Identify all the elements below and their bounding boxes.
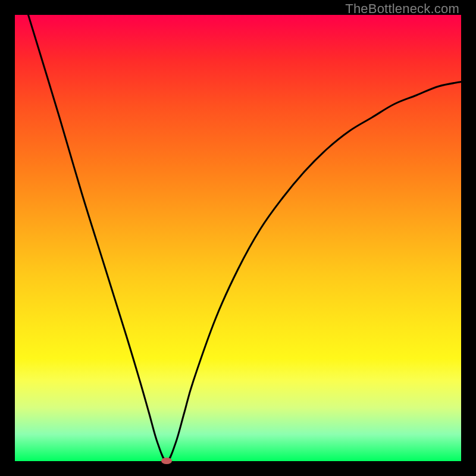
- optimum-marker: [161, 458, 172, 464]
- watermark-text: TheBottleneck.com: [345, 1, 459, 17]
- bottleneck-curve: [15, 15, 461, 461]
